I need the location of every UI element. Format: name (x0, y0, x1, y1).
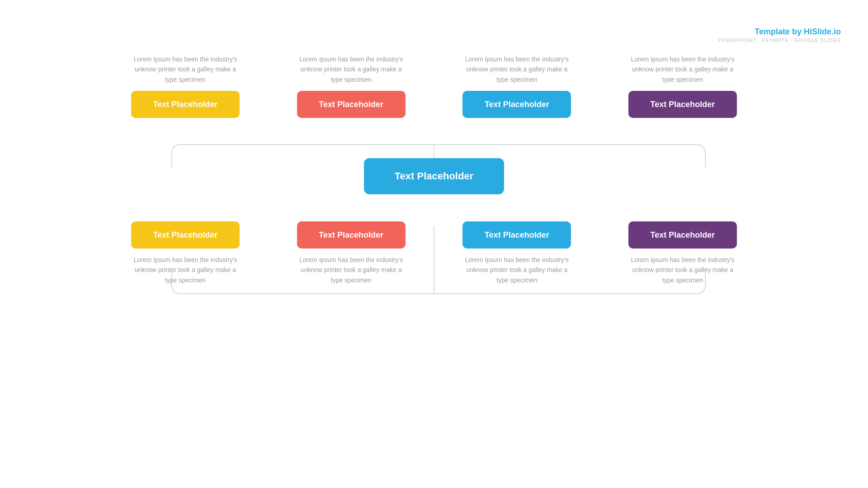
watermark-prefix: Template by (755, 27, 804, 36)
bottom-card-3: Text Placeholder Lorem Ipsum has been th… (449, 221, 585, 285)
bottom-card-4-desc: Lorem Ipsum has been the industry's unkn… (628, 255, 737, 285)
top-card-1: Lorem Ipsum has been the industry's unkn… (118, 54, 253, 118)
bottom-card-2-desc: Lorem Ipsum has been the industry's unkn… (297, 255, 406, 285)
bottom-card-1: Text Placeholder Lorem Ipsum has been th… (118, 221, 253, 285)
top-card-4: Lorem Ipsum has been the industry's unkn… (615, 54, 750, 118)
center-node[interactable]: Text Placeholder (364, 158, 504, 194)
top-card-2-label: Text Placeholder (319, 100, 383, 109)
top-card-2-desc: Lorem Ipsum has been the industry's unkn… (297, 54, 406, 84)
top-card-1-label: Text Placeholder (153, 100, 218, 109)
watermark-brand: HiSlide.io (804, 27, 841, 36)
top-card-3-label: Text Placeholder (485, 100, 549, 109)
center-node-label: Text Placeholder (395, 170, 473, 182)
bottom-card-2-label: Text Placeholder (319, 230, 383, 240)
top-card-1-desc: Lorem Ipsum has been the industry's unkn… (131, 54, 240, 84)
bottom-card-3-label: Text Placeholder (485, 230, 549, 240)
bottom-card-2: Text Placeholder Lorem Ipsum has been th… (283, 221, 419, 285)
watermark-line2: POWERPOINT · KEYNOTE · GOOGLE SLIDES (718, 38, 841, 43)
top-card-3: Lorem Ipsum has been the industry's unkn… (449, 54, 585, 118)
top-card-4-button[interactable]: Text Placeholder (628, 91, 737, 118)
bottom-card-1-desc: Lorem Ipsum has been the industry's unkn… (131, 255, 240, 285)
bottom-card-4: Text Placeholder Lorem Ipsum has been th… (615, 221, 750, 285)
bottom-card-1-button[interactable]: Text Placeholder (131, 221, 240, 249)
bottom-card-4-button[interactable]: Text Placeholder (628, 221, 737, 249)
watermark: Template by HiSlide.io POWERPOINT · KEYN… (718, 27, 841, 43)
bottom-card-2-button[interactable]: Text Placeholder (297, 221, 406, 249)
bottom-card-4-label: Text Placeholder (651, 230, 715, 240)
top-row: Lorem Ipsum has been the industry's unkn… (118, 54, 750, 118)
top-card-3-button[interactable]: Text Placeholder (462, 91, 571, 118)
bottom-card-3-button[interactable]: Text Placeholder (462, 221, 571, 249)
bottom-card-1-label: Text Placeholder (153, 230, 218, 240)
top-card-3-desc: Lorem Ipsum has been the industry's unkn… (462, 54, 571, 84)
bottom-card-3-desc: Lorem Ipsum has been the industry's unkn… (462, 255, 571, 285)
top-card-4-label: Text Placeholder (651, 100, 715, 109)
top-card-2-button[interactable]: Text Placeholder (297, 91, 406, 118)
diagram: Lorem Ipsum has been the industry's unkn… (0, 54, 868, 488)
top-card-4-desc: Lorem Ipsum has been the industry's unkn… (628, 54, 737, 84)
bottom-row: Text Placeholder Lorem Ipsum has been th… (118, 221, 750, 285)
watermark-line1: Template by HiSlide.io (718, 27, 841, 37)
top-card-1-button[interactable]: Text Placeholder (131, 91, 240, 118)
top-card-2: Lorem Ipsum has been the industry's unkn… (283, 54, 419, 118)
